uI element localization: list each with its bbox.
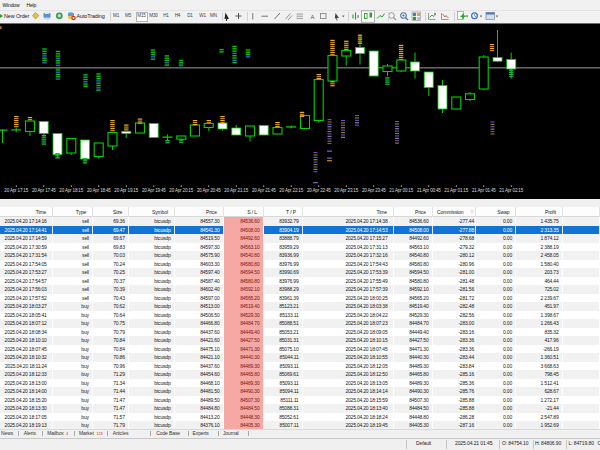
svg-text:20 Apr 23:45: 20 Apr 23:45 — [362, 188, 386, 193]
svg-text:20 Apr 21:15: 20 Apr 21:15 — [224, 188, 248, 193]
svg-text:20 Apr 19:15: 20 Apr 19:15 — [114, 188, 138, 193]
svg-text:21 Apr 01:45: 21 Apr 01:45 — [472, 188, 496, 193]
svg-text:21 Apr 00:45: 21 Apr 00:45 — [417, 188, 441, 193]
svg-text:20 Apr 19:45: 20 Apr 19:45 — [142, 188, 166, 193]
svg-text:20 Apr 22:45: 20 Apr 22:45 — [307, 188, 331, 193]
svg-text:21 Apr 02:15: 21 Apr 02:15 — [499, 188, 523, 193]
svg-text:20 Apr 21:45: 20 Apr 21:45 — [252, 188, 276, 193]
svg-text:20 Apr 23:15: 20 Apr 23:15 — [334, 188, 358, 193]
svg-text:A: A — [311, 14, 315, 20]
svg-text:20 Apr 20:45: 20 Apr 20:45 — [197, 188, 221, 193]
svg-text:20 Apr 20:15: 20 Apr 20:15 — [169, 188, 193, 193]
svg-text:21 Apr 00:15: 21 Apr 00:15 — [389, 188, 413, 193]
svg-text:20 Apr 17:15: 20 Apr 17:15 — [4, 188, 28, 193]
svg-text:21 Apr 01:15: 21 Apr 01:15 — [444, 188, 468, 193]
svg-text:20 Apr 18:45: 20 Apr 18:45 — [87, 188, 111, 193]
svg-text:20 Apr 18:15: 20 Apr 18:15 — [59, 188, 83, 193]
svg-text:20 Apr 22:15: 20 Apr 22:15 — [279, 188, 303, 193]
svg-text:20 Apr 17:45: 20 Apr 17:45 — [32, 188, 56, 193]
